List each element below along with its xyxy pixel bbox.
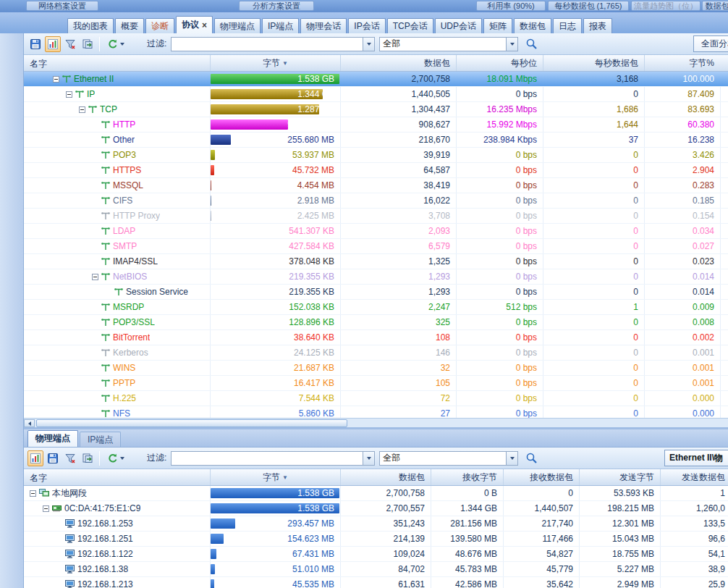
expand-toggle[interactable] [43,505,49,512]
endpoint-tab-IP端点[interactable]: IP端点 [80,432,121,447]
protocol-row[interactable]: LDAP541.307 KB2,0930 bps00.034 [24,224,728,239]
search-button[interactable] [523,450,539,466]
filter-button[interactable] [62,36,78,52]
tab-UDP会话[interactable]: UDP会话 [435,18,482,33]
endpoint-row[interactable]: 192.168.1.12267.431 MB109,02448.676 MB54… [24,547,728,562]
protocol-row[interactable]: HTTP950.716 MB908,62715.992 Mbps1,64460.… [24,117,728,133]
tab-数据包[interactable]: 数据包 [514,18,551,33]
tab-TCP会话[interactable]: TCP会话 [387,18,433,33]
column-header[interactable]: 字节▼ [210,55,340,72]
column-header[interactable]: 接收字节 [431,469,503,486]
protocol-row[interactable]: Kerberos24.125 KB1460 bps00.001 [24,345,728,361]
combo-dropdown-icon[interactable] [506,452,517,465]
protocol-row[interactable]: MSSQL4.454 MB38,4190 bps00.283 [24,178,728,193]
endpoint-row[interactable]: 192.168.1.3851.010 MB84,70245.783 MB45,7… [24,562,728,577]
search-button[interactable] [523,36,539,52]
column-header[interactable]: 字节% [644,55,720,72]
endpoint-tab-物理端点[interactable]: 物理端点 [27,430,78,447]
column-header[interactable]: 字节▼ [210,469,340,486]
protocol-row[interactable]: H.2257.544 KB720 bps00.000 [24,391,728,406]
save-button[interactable] [45,450,61,466]
expand-toggle[interactable] [53,76,59,83]
column-header[interactable]: 名字 [24,55,210,72]
endpoint-row[interactable]: 192.168.1.21345.535 MB61,63142.586 MB35,… [24,577,728,588]
tab-矩阵[interactable]: 矩阵 [483,18,512,33]
protocol-row[interactable]: TCP1.287 GB1,304,43716.235 Mbps1,68683.6… [24,102,728,117]
full-analysis-button[interactable]: 全面分析 [693,35,728,52]
tab-协议[interactable]: 协议× [176,16,213,33]
tab-label: TCP会话 [393,20,428,33]
protocol-row[interactable]: HTTPS45.732 MB64,5870 bps02.904 [24,163,728,178]
protocol-row[interactable]: WINS21.687 KB320 bps00.001 [24,361,728,376]
tab-我的图表[interactable]: 我的图表 [67,18,114,33]
expand-toggle[interactable] [66,91,72,98]
bytes-percent-value: 0.001 [644,376,720,390]
protocol-row[interactable]: Ethernet II1.538 GB2,700,75818.091 Mbps3… [24,72,728,87]
status-item[interactable]: 网络档案设置 [26,1,98,11]
scroll-left-button[interactable] [24,419,35,427]
column-header[interactable]: 发送数据包 [660,469,728,486]
tab-报表[interactable]: 报表 [583,18,612,33]
scrollbar-thumb[interactable] [36,419,347,427]
export-button[interactable] [80,36,96,52]
protocol-row[interactable]: NetBIOS219.355 KB1,2930 bps00.014 [24,269,728,285]
protocol-row[interactable]: HTTP Proxy2.425 MB3,7080 bps00.154 [24,209,728,224]
scope-combobox[interactable]: 全部 [379,451,518,466]
make-graph-button[interactable] [27,450,43,466]
column-header[interactable]: 名字 [24,469,210,486]
column-header[interactable]: 发送字节 [579,469,660,486]
endpoint-row[interactable]: 192.168.1.253293.457 MB351,243281.156 MB… [24,516,728,532]
combo-dropdown-icon[interactable] [363,452,374,465]
refresh-button[interactable] [103,36,128,52]
column-header[interactable]: 每秒位 [456,55,543,72]
status-item[interactable]: 分析方案设置 [239,1,314,11]
endpoint-row[interactable]: 本地网段1.538 GB2,700,7580 B053.593 KB1 [24,486,728,501]
combo-dropdown-icon[interactable] [506,38,517,51]
protocol-row[interactable]: Other255.680 MB218,670238.984 Kbps3716.2… [24,133,728,148]
make-graph-button[interactable] [45,36,61,52]
column-header[interactable]: 接收数据包 [503,469,579,486]
combo-dropdown-icon[interactable] [363,38,374,51]
protocol-toolbar: 过滤: 全部 全面分析 [24,33,728,55]
name-cell: POP3/SSL [24,315,210,329]
endpoint-table-header: 名字字节▼数据包接收字节接收数据包发送字节发送数据包 [24,469,728,486]
protocol-row[interactable]: CIFS2.918 MB16,0220 bps00.185 [24,193,728,209]
horizontal-scrollbar[interactable] [24,418,728,427]
tab-物理会话[interactable]: 物理会话 [300,18,347,33]
export-button[interactable] [80,450,96,466]
protocol-row[interactable]: IMAP4/SSL378.048 KB1,3250 bps00.023 [24,254,728,269]
filter-button[interactable] [62,450,78,466]
protocol-row[interactable]: Session Service219.355 KB1,2930 bps00.01… [24,285,728,300]
column-header[interactable]: 数据包 [340,469,431,486]
tab-物理端点[interactable]: 物理端点 [214,18,261,33]
refresh-button[interactable] [103,450,128,466]
tab-IP端点[interactable]: IP端点 [262,18,299,33]
column-header[interactable]: 数据包 [340,55,456,72]
protocol-row[interactable]: BitTorrent38.640 KB1080 bps00.002 [24,330,728,345]
tab-日志[interactable]: 日志 [553,18,582,33]
filter-combobox[interactable] [171,37,375,51]
protocol-row[interactable]: IP1.344 GB1,440,5050 bps087.409 [24,87,728,102]
tab-IP会话[interactable]: IP会话 [348,18,385,33]
endpoint-row[interactable]: 192.168.1.251154.623 MB214,139139.580 MB… [24,532,728,547]
protocol-row[interactable]: MSRDP152.038 KB2,247512 bps10.009 [24,300,728,315]
protocol-row[interactable]: PPTP16.417 KB1050 bps00.001 [24,376,728,391]
expand-toggle[interactable] [92,274,98,280]
endpoint-row[interactable]: 0C:DA:41:75:E1:C91.538 GB2,700,5571.344 … [24,501,728,516]
save-button[interactable] [27,36,43,52]
expand-toggle[interactable] [30,490,36,497]
expand-toggle[interactable] [79,106,85,113]
tab-诊断[interactable]: 诊断 [145,18,174,33]
filter-combobox[interactable] [171,451,375,466]
protocol-row[interactable]: SMTP427.584 KB6,5790 bps00.027 [24,239,728,254]
tab-close-icon[interactable]: × [202,21,207,30]
tab-概要[interactable]: 概要 [115,18,144,33]
protocol-row[interactable]: NFS5.860 KB270 bps00.000 [24,406,728,418]
node-label: CIFS [113,193,132,208]
context-node-button[interactable]: Ethernet II\物 [664,450,728,466]
protocol-row[interactable]: POP353.937 MB39,9190 bps03.426 [24,148,728,163]
protocol-row[interactable]: POP3/SSL128.896 KB3250 bps00.008 [24,315,728,330]
column-header[interactable]: 每秒数据包 [543,55,644,72]
pps-value: 0 [543,376,644,390]
scope-combobox[interactable]: 全部 [379,37,518,51]
